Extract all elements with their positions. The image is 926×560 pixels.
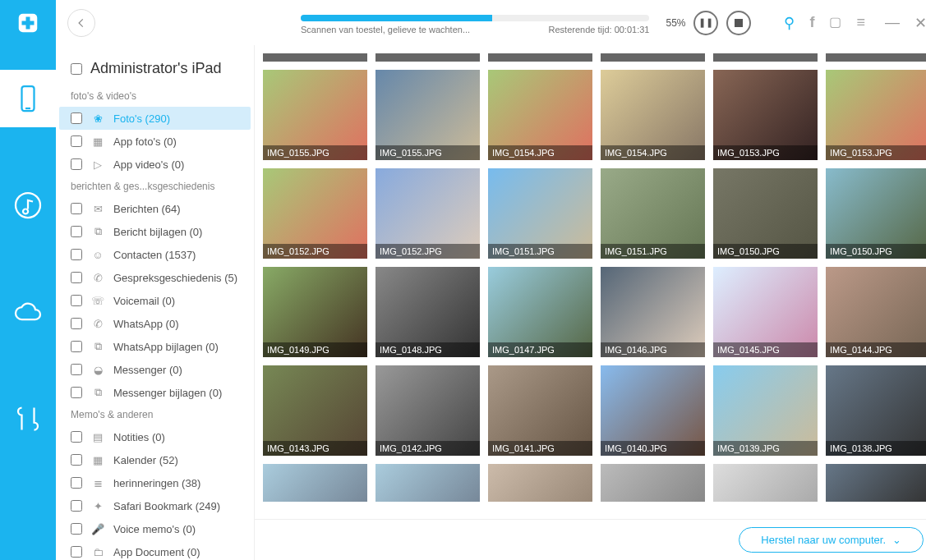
- thumbnail[interactable]: IMG_0144.JPG: [826, 267, 926, 357]
- voicemail-icon: ☏: [90, 293, 105, 308]
- sidebar-item-app-videos[interactable]: ▷ App video's (0): [56, 153, 254, 176]
- nav-device[interactable]: [0, 70, 56, 127]
- sidebar-item-messenger[interactable]: ◒ Messenger (0): [56, 358, 254, 381]
- thumbnail[interactable]: IMG_0154.JPG: [601, 70, 705, 160]
- minimize-button[interactable]: —: [885, 14, 900, 32]
- thumbnail[interactable]: IMG_0141.JPG: [488, 365, 592, 456]
- remaining-time: Resterende tijd: 00:01:31: [549, 25, 650, 34]
- notes-icon: ▤: [90, 429, 105, 444]
- recover-button[interactable]: Herstel naar uw computer. ⌄: [739, 527, 924, 553]
- item-checkbox[interactable]: [71, 387, 82, 398]
- item-checkbox[interactable]: [71, 341, 82, 352]
- item-checkbox[interactable]: [71, 431, 82, 443]
- nav-cloud[interactable]: [0, 283, 56, 341]
- sidebar-item-contacts[interactable]: ☺ Contacten (1537): [56, 243, 254, 266]
- thumbnail[interactable]: IMG_0148.JPG: [375, 267, 480, 357]
- item-checkbox[interactable]: [71, 546, 82, 558]
- item-checkbox[interactable]: [71, 135, 82, 147]
- thumbnail[interactable]: [263, 53, 367, 62]
- thumbnail[interactable]: [713, 53, 818, 62]
- thumbnail[interactable]: IMG_0146.JPG: [601, 267, 705, 357]
- svg-rect-2: [22, 21, 35, 25]
- thumbnail[interactable]: [601, 464, 705, 502]
- messages-icon: ✉: [90, 201, 105, 216]
- thumbnail[interactable]: [375, 53, 480, 62]
- back-button[interactable]: [67, 9, 95, 37]
- pause-button[interactable]: ❚❚: [693, 11, 718, 35]
- thumbnail[interactable]: IMG_0150.JPG: [826, 168, 926, 259]
- thumbnail[interactable]: [488, 464, 592, 502]
- thumbnail[interactable]: IMG_0150.JPG: [713, 168, 818, 259]
- item-checkbox[interactable]: [71, 523, 82, 535]
- thumbnail[interactable]: IMG_0152.JPG: [375, 168, 480, 259]
- item-checkbox[interactable]: [71, 364, 82, 375]
- thumbnail-caption: IMG_0152.JPG: [263, 244, 367, 259]
- thumbnail[interactable]: IMG_0138.JPG: [826, 365, 926, 456]
- facebook-icon[interactable]: f: [809, 14, 814, 32]
- feedback-icon[interactable]: ▢: [829, 14, 841, 32]
- nav-tools[interactable]: [0, 390, 56, 448]
- nav-music[interactable]: [0, 177, 56, 234]
- sidebar-item-app-photos[interactable]: ▦ App foto's (0): [56, 130, 254, 153]
- thumbnail[interactable]: IMG_0149.JPG: [263, 267, 367, 357]
- sidebar-item-msgr-attach[interactable]: ⧉ Messenger bijlagen (0): [56, 381, 254, 404]
- msg-attach-icon: ⧉: [90, 224, 105, 239]
- thumbnail[interactable]: IMG_0152.JPG: [263, 168, 367, 259]
- menu-icon[interactable]: ≡: [856, 14, 865, 32]
- sidebar-item-whatsapp[interactable]: ✆ WhatsApp (0): [56, 312, 254, 335]
- thumbnail[interactable]: [713, 464, 818, 502]
- device-checkbox[interactable]: [71, 63, 82, 75]
- sidebar-item-voice[interactable]: 🎤 Voice memo's (0): [56, 517, 254, 540]
- close-button[interactable]: ✕: [914, 14, 926, 32]
- thumbnail[interactable]: IMG_0143.JPG: [263, 365, 367, 456]
- sidebar-item-reminders[interactable]: ≣ herinneringen (38): [56, 471, 254, 494]
- item-checkbox[interactable]: [71, 249, 82, 260]
- key-icon[interactable]: ⚲: [784, 14, 795, 32]
- sidebar-item-notes[interactable]: ▤ Notities (0): [56, 425, 254, 448]
- contacts-icon: ☺: [90, 247, 105, 262]
- sidebar-item-calls[interactable]: ✆ Gespreksgeschiedenis (5): [56, 266, 254, 289]
- sidebar-item-msg-attach[interactable]: ⧉ Bericht bijlagen (0): [56, 220, 254, 243]
- sidebar-item-safari[interactable]: ✦ Safari Bookmark (249): [56, 494, 254, 517]
- sidebar-item-wa-attach[interactable]: ⧉ WhatsApp bijlagen (0): [56, 335, 254, 358]
- thumbnail[interactable]: [601, 53, 705, 62]
- thumbnail[interactable]: IMG_0154.JPG: [488, 70, 592, 160]
- thumbnail[interactable]: [263, 464, 367, 502]
- item-label: herinneringen (38): [113, 477, 200, 489]
- sidebar-item-voicemail[interactable]: ☏ Voicemail (0): [56, 289, 254, 312]
- item-checkbox[interactable]: [71, 203, 82, 214]
- thumbnail[interactable]: IMG_0153.JPG: [826, 70, 926, 160]
- thumbnail[interactable]: [826, 464, 926, 502]
- thumbnail[interactable]: [375, 464, 480, 502]
- item-checkbox[interactable]: [71, 454, 82, 466]
- sidebar-item-doc[interactable]: 🗀 App Document (0): [56, 540, 254, 560]
- thumbnail[interactable]: IMG_0145.JPG: [713, 267, 818, 357]
- thumbnail[interactable]: IMG_0139.JPG: [713, 365, 818, 456]
- thumbnail[interactable]: IMG_0140.JPG: [601, 365, 705, 456]
- thumbnail[interactable]: IMG_0142.JPG: [375, 365, 480, 456]
- thumbnail[interactable]: IMG_0151.JPG: [601, 168, 705, 259]
- thumbnail[interactable]: IMG_0153.JPG: [713, 70, 818, 160]
- thumbnail[interactable]: [826, 53, 926, 62]
- stop-button[interactable]: [726, 11, 751, 35]
- item-checkbox[interactable]: [71, 500, 82, 512]
- item-checkbox[interactable]: [71, 477, 82, 489]
- pause-icon: ❚❚: [698, 17, 713, 28]
- item-checkbox[interactable]: [71, 318, 82, 329]
- item-checkbox[interactable]: [71, 295, 82, 306]
- thumbnail[interactable]: IMG_0151.JPG: [488, 168, 592, 259]
- chevron-down-icon: ⌄: [892, 534, 901, 546]
- thumbnail[interactable]: [488, 53, 592, 62]
- sidebar-item-photos[interactable]: ❀ Foto's (290): [59, 107, 251, 130]
- arrow-left-icon: [76, 17, 87, 29]
- thumbnail[interactable]: IMG_0155.JPG: [375, 70, 480, 160]
- thumbnail[interactable]: IMG_0147.JPG: [488, 267, 592, 357]
- sidebar-item-messages[interactable]: ✉ Berichten (64): [56, 197, 254, 220]
- item-checkbox[interactable]: [71, 112, 82, 124]
- item-checkbox[interactable]: [71, 158, 82, 170]
- thumbnail-caption: IMG_0153.JPG: [826, 145, 926, 160]
- sidebar-item-calendar[interactable]: ▦ Kalender (52): [56, 448, 254, 471]
- item-checkbox[interactable]: [71, 272, 82, 283]
- item-checkbox[interactable]: [71, 226, 82, 237]
- thumbnail[interactable]: IMG_0155.JPG: [263, 70, 367, 160]
